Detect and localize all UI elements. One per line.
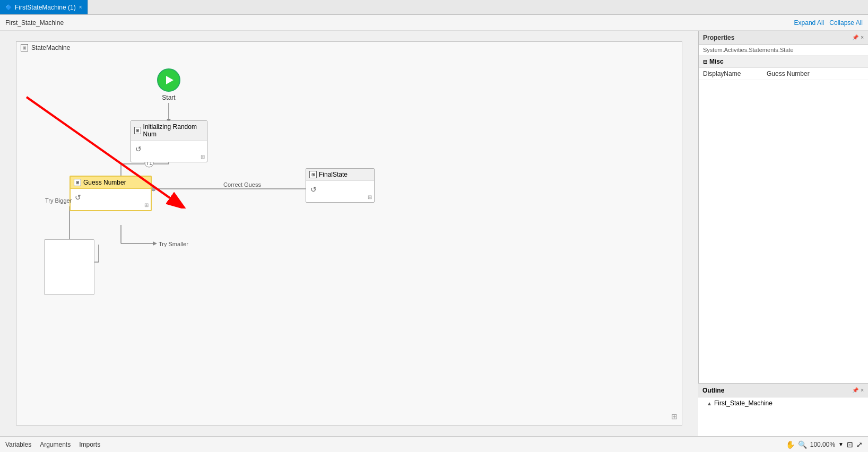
bottom-toolbar: Variables Arguments Imports ✋ 🔍 100.00% … xyxy=(0,436,868,452)
outline-panel: Outline 📌 × ▲ First_State_Machine xyxy=(698,383,868,436)
tab-imports[interactable]: Imports xyxy=(79,441,100,448)
guess-expand-icon[interactable]: ⊞ xyxy=(144,202,149,208)
state-machine-title: ⊞ StateMachine xyxy=(16,42,682,54)
state-initializing-body: ↺ ⊞ xyxy=(131,141,207,162)
tab-arguments[interactable]: Arguments xyxy=(40,441,71,448)
connectors-svg: T1 xyxy=(16,42,682,425)
tab-close-button[interactable]: × xyxy=(79,4,82,10)
outline-expand-icon[interactable]: ▲ xyxy=(707,401,712,406)
zoom-controls: ✋ 🔍 100.00% ▼ ⊡ ⤢ xyxy=(786,440,863,449)
try-bigger-label: Try Bigger xyxy=(45,197,72,204)
state-try-bigger[interactable] xyxy=(44,239,94,295)
state-guess-number-label: Guess Number xyxy=(83,179,126,186)
canvas-area[interactable]: ⊞ StateMachine T1 xyxy=(0,31,698,436)
final-undo-icon: ↺ xyxy=(310,185,317,194)
final-expand-icon[interactable]: ⊞ xyxy=(368,194,372,200)
misc-collapse-icon[interactable]: ⊟ xyxy=(703,59,707,65)
bottom-tabs: Variables Arguments Imports xyxy=(5,441,100,448)
tab-variables[interactable]: Variables xyxy=(5,441,31,448)
state-final-label: FinalState xyxy=(319,171,348,178)
state-final[interactable]: ⊞ FinalState ↺ ⊞ xyxy=(306,168,375,203)
fit-view-icon[interactable]: ⊡ xyxy=(847,440,853,449)
state-final-body: ↺ ⊞ xyxy=(306,181,374,202)
state-initializing[interactable]: ⊞ Initializing Random Num ↺ ⊞ xyxy=(131,120,207,162)
fullscreen-icon[interactable]: ⤢ xyxy=(856,440,863,449)
svg-marker-14 xyxy=(153,241,157,246)
zoom-level: 100.00% xyxy=(810,441,835,448)
outline-item-label: First_State_Machine xyxy=(714,399,772,407)
state-initializing-label: Initializing Random Num xyxy=(143,123,204,138)
undo-icon: ↺ xyxy=(135,145,142,153)
guess-undo-icon: ↺ xyxy=(75,193,81,202)
state-guess-number[interactable]: ⊞ Guess Number ↺ ⊞ xyxy=(70,176,152,211)
outline-item[interactable]: ▲ First_State_Machine xyxy=(698,397,868,409)
right-panel: Properties 📌 × System.Activities.Stateme… xyxy=(698,31,868,436)
outline-icons: 📌 × xyxy=(852,387,864,393)
state-machine-icon: ⊞ xyxy=(21,44,28,51)
correct-guess-label: Correct Guess xyxy=(223,181,261,188)
properties-panel-title: Properties xyxy=(703,34,734,41)
svg-point-10 xyxy=(151,187,155,191)
collapse-all-button[interactable]: Collapse All xyxy=(829,19,863,27)
properties-panel-icons: 📌 × xyxy=(852,34,864,40)
start-label: Start xyxy=(162,94,175,101)
try-smaller-label: Try Smaller xyxy=(159,241,188,247)
hand-tool-icon[interactable]: ✋ xyxy=(786,440,795,449)
properties-display-name-row: DisplayName Guess Number xyxy=(699,68,868,80)
properties-panel: Properties 📌 × System.Activities.Stateme… xyxy=(698,31,868,383)
file-tab[interactable]: 🔷 FirstStateMachine (1) × xyxy=(0,0,88,14)
close-icon[interactable]: × xyxy=(861,34,864,40)
tab-label: FirstStateMachine (1) xyxy=(15,4,76,11)
start-button[interactable] xyxy=(157,68,180,92)
outline-title: Outline xyxy=(702,387,724,394)
outline-close-icon[interactable]: × xyxy=(861,387,864,393)
state-guess-number-icon: ⊞ xyxy=(74,179,81,186)
properties-type: System.Activities.Statements.State xyxy=(699,45,868,56)
outline-pin-icon[interactable]: 📌 xyxy=(852,387,858,393)
expand-all-button[interactable]: Expand All xyxy=(794,19,824,27)
state-initializing-icon: ⊞ xyxy=(134,127,141,134)
properties-panel-header: Properties 📌 × xyxy=(699,31,868,45)
tab-icon: 🔷 xyxy=(5,4,12,10)
misc-section-label: Misc xyxy=(709,58,724,65)
state-final-header: ⊞ FinalState xyxy=(306,169,374,181)
outline-header: Outline 📌 × xyxy=(698,384,868,397)
state-final-icon: ⊞ xyxy=(309,171,317,178)
display-name-value: Guess Number xyxy=(767,70,864,77)
start-node: Start xyxy=(157,68,180,101)
canvas-expand-icon[interactable]: ⊞ xyxy=(671,412,678,421)
state-initializing-header: ⊞ Initializing Random Num xyxy=(131,121,207,141)
expand-icon[interactable]: ⊞ xyxy=(201,154,205,160)
state-guess-number-body: ↺ ⊞ xyxy=(71,189,151,210)
search-tool-icon[interactable]: 🔍 xyxy=(798,440,807,449)
zoom-dropdown-icon[interactable]: ▼ xyxy=(838,441,844,447)
display-name-label: DisplayName xyxy=(703,70,767,77)
pin-icon[interactable]: 📌 xyxy=(852,34,858,40)
state-machine-container: ⊞ StateMachine T1 xyxy=(16,41,682,425)
state-guess-number-header: ⊞ Guess Number xyxy=(71,177,151,189)
breadcrumb: First_State_Machine xyxy=(5,19,64,27)
play-icon xyxy=(166,76,173,84)
properties-misc-section: ⊟ Misc xyxy=(699,56,868,68)
state-machine-label: StateMachine xyxy=(31,44,70,51)
